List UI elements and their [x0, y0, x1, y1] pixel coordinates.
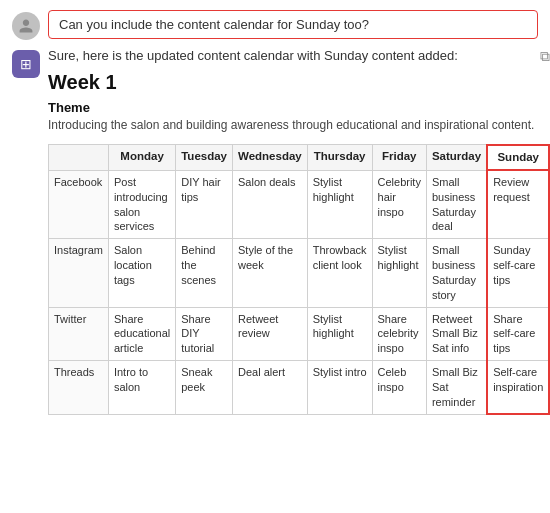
- table-cell: Share celebrity inspo: [372, 307, 426, 361]
- ai-message-row: ⊞ Sure, here is the updated content cale…: [12, 48, 538, 415]
- ai-avatar: ⊞: [12, 50, 40, 78]
- copy-icon[interactable]: ⧉: [540, 48, 550, 65]
- table-cell: Small Biz Sat reminder: [426, 361, 487, 415]
- week-title: Week 1: [48, 71, 550, 94]
- col-header-thursday: Thursday: [307, 145, 372, 171]
- table-cell: Stylist intro: [307, 361, 372, 415]
- col-header-sunday: Sunday: [487, 145, 549, 171]
- ai-intro-text: Sure, here is the updated content calend…: [48, 48, 458, 63]
- col-header-friday: Friday: [372, 145, 426, 171]
- table-cell: Sunday self-care tips: [487, 239, 549, 307]
- cell-platform: Instagram: [49, 239, 109, 307]
- ai-header: Sure, here is the updated content calend…: [48, 48, 550, 65]
- chat-container: Can you include the content calendar for…: [0, 0, 550, 425]
- table-cell: Sneak peek: [176, 361, 233, 415]
- table-cell: Deal alert: [233, 361, 308, 415]
- user-bubble: Can you include the content calendar for…: [48, 10, 538, 39]
- cell-platform: Facebook: [49, 170, 109, 238]
- table-row: TwitterShare educational articleShare DI…: [49, 307, 550, 361]
- table-cell: Stylist highlight: [307, 307, 372, 361]
- table-header-row: Monday Tuesday Wednesday Thursday Friday…: [49, 145, 550, 171]
- table-row: FacebookPost introducing salon servicesD…: [49, 170, 550, 238]
- table-cell: Retweet Small Biz Sat info: [426, 307, 487, 361]
- col-header-saturday: Saturday: [426, 145, 487, 171]
- table-cell: Share self-care tips: [487, 307, 549, 361]
- user-message-row: Can you include the content calendar for…: [12, 10, 538, 40]
- table-cell: Style of the week: [233, 239, 308, 307]
- content-calendar-table: Monday Tuesday Wednesday Thursday Friday…: [48, 144, 550, 415]
- table-row: ThreadsIntro to salonSneak peekDeal aler…: [49, 361, 550, 415]
- table-cell: Throwback client look: [307, 239, 372, 307]
- ai-content: Sure, here is the updated content calend…: [48, 48, 550, 415]
- table-cell: Salon deals: [233, 170, 308, 238]
- table-cell: Salon location tags: [108, 239, 175, 307]
- cell-platform: Threads: [49, 361, 109, 415]
- col-header-platform: [49, 145, 109, 171]
- cell-platform: Twitter: [49, 307, 109, 361]
- user-avatar: [12, 12, 40, 40]
- table-cell: Share DIY tutorial: [176, 307, 233, 361]
- table-cell: Behind the scenes: [176, 239, 233, 307]
- table-cell: Post introducing salon services: [108, 170, 175, 238]
- table-cell: Celeb inspo: [372, 361, 426, 415]
- theme-desc: Introducing the salon and building aware…: [48, 117, 550, 134]
- col-header-tuesday: Tuesday: [176, 145, 233, 171]
- table-cell: Celebrity hair inspo: [372, 170, 426, 238]
- table-cell: Review request: [487, 170, 549, 238]
- table-cell: Intro to salon: [108, 361, 175, 415]
- table-cell: Small business Saturday story: [426, 239, 487, 307]
- table-cell: Self-care inspiration: [487, 361, 549, 415]
- table-cell: Stylist highlight: [372, 239, 426, 307]
- col-header-wednesday: Wednesday: [233, 145, 308, 171]
- col-header-monday: Monday: [108, 145, 175, 171]
- ai-avatar-icon: ⊞: [20, 56, 32, 72]
- table-cell: Share educational article: [108, 307, 175, 361]
- table-cell: Small business Saturday deal: [426, 170, 487, 238]
- table-cell: DIY hair tips: [176, 170, 233, 238]
- table-cell: Stylist highlight: [307, 170, 372, 238]
- user-message-text: Can you include the content calendar for…: [59, 17, 369, 32]
- table-row: InstagramSalon location tagsBehind the s…: [49, 239, 550, 307]
- table-cell: Retweet review: [233, 307, 308, 361]
- theme-label: Theme: [48, 100, 550, 115]
